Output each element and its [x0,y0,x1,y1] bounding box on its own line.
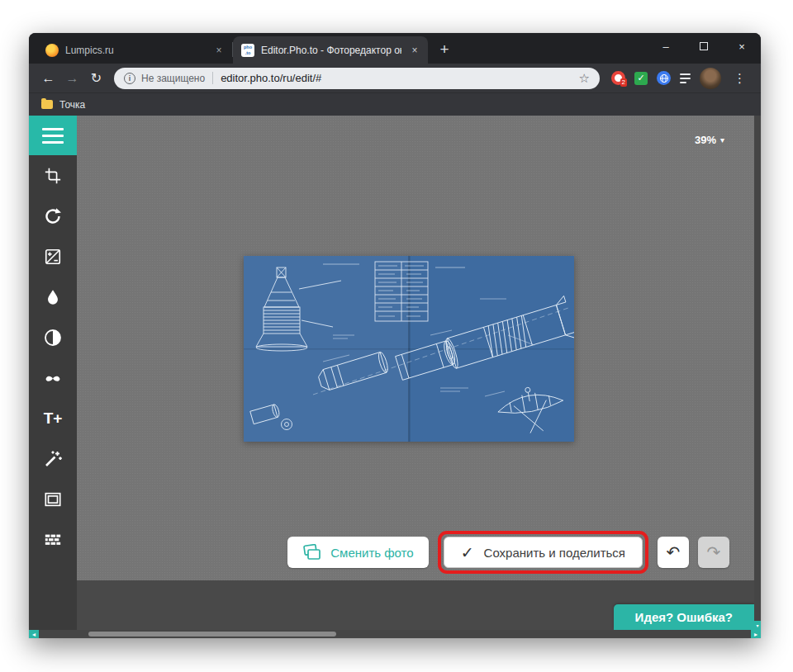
menu-button[interactable] [29,116,77,155]
extension-red-icon[interactable]: 2 [611,71,625,85]
new-tab-button[interactable]: + [433,38,456,61]
chevron-down-icon: ▾ [720,135,724,144]
window-controls: – × [647,33,761,59]
tool-colors[interactable] [29,277,77,317]
redo-button[interactable]: ↷ [698,537,729,568]
tool-crop[interactable] [29,155,77,196]
horizontal-scrollbar[interactable]: ◂ ▸ [29,630,761,638]
address-divider [212,72,213,84]
magic-wand-icon [43,449,63,469]
photo-favicon: pho .to [241,44,254,57]
exposure-icon [44,248,62,266]
photo-editor-page: T+ [29,116,761,638]
hscroll-thumb[interactable] [88,632,336,637]
hscroll-track[interactable] [39,630,751,638]
save-share-label: Сохранить и поделиться [484,546,625,560]
action-row: Сменить фото ✓ Сохранить и поделиться ↶ … [287,531,729,574]
page-info-icon[interactable]: i [124,73,135,84]
address-bar[interactable]: i Не защищено editor.pho.to/ru/edit/# ☆ [114,68,600,89]
minimize-button[interactable]: – [647,33,685,59]
tab-strip: Lumpics.ru × pho .to Editor.Pho.to - Фот… [29,33,761,64]
tool-effects[interactable] [29,438,77,479]
forward-button[interactable]: → [61,67,83,89]
text-icon: T+ [44,409,63,428]
maximize-icon [700,42,708,50]
editor-canvas: 39% ▾ [77,116,754,630]
bookmarks-bar: Точка [29,92,761,116]
reload-button[interactable]: ↻ [85,67,107,89]
photos-icon [302,544,322,561]
zoom-value: 39% [695,134,716,146]
extension-check-icon[interactable]: ✓ [634,72,648,85]
tab-close-icon[interactable]: × [408,44,421,57]
frame-icon [44,490,62,509]
change-photo-button[interactable]: Сменить фото [287,537,428,568]
extension-globe-icon[interactable] [657,71,671,85]
tab-close-icon[interactable]: × [212,44,226,57]
tool-rotate[interactable] [29,196,77,236]
tool-text[interactable]: T+ [29,398,77,438]
browser-window: Lumpics.ru × pho .to Editor.Pho.to - Фот… [29,33,761,638]
extension-badge: 2 [620,78,627,87]
mustache-icon [42,367,64,389]
tab-title: Editor.Pho.to - Фоторедактор он [261,45,401,56]
scroll-right-button[interactable]: ▸ [751,630,761,638]
browser-toolbar: ← → ↻ i Не защищено editor.pho.to/ru/edi… [29,64,761,92]
tab-editor-photo[interactable]: pho .to Editor.Pho.to - Фоторедактор он … [233,36,428,64]
feedback-button[interactable]: Идея? Ошибка? [614,604,754,630]
tab-title: Lumpics.ru [65,45,206,56]
undo-button[interactable]: ↶ [658,537,689,568]
tool-disguise[interactable] [29,357,77,398]
maximize-button[interactable] [685,33,723,59]
edited-photo-blueprint[interactable] [244,256,574,442]
zoom-control[interactable]: 39% ▾ [695,134,724,146]
photo-favicon-line2: .to [245,50,251,56]
desktop: Lumpics.ru × pho .to Editor.Pho.to - Фот… [0,0,793,672]
url-text[interactable]: editor.pho.to/ru/edit/# [221,72,572,84]
rotate-icon [43,206,63,226]
browser-menu-icon[interactable]: ⋮ [730,71,749,86]
security-label: Не защищено [141,73,205,84]
bookmark-folder-icon[interactable] [41,100,53,109]
tool-textures[interactable] [29,519,77,560]
globe-glyph [659,73,669,83]
editor-main: T+ [29,116,761,630]
annotation-highlight: ✓ Сохранить и поделиться [438,531,648,574]
scroll-left-button[interactable]: ◂ [29,630,39,638]
texture-icon [43,531,63,549]
tab-lumpics[interactable]: Lumpics.ru × [37,36,232,64]
change-photo-label: Сменить фото [330,546,413,560]
crop-icon [44,167,62,185]
tool-exposure[interactable] [29,236,77,277]
bookmark-label[interactable]: Точка [59,99,85,111]
check-icon: ✓ [461,543,474,562]
scroll-down-button[interactable]: ▾ [754,621,761,630]
photo-favicon-line1: pho [244,45,252,50]
profile-avatar[interactable] [700,68,721,89]
lumpics-favicon [45,44,59,57]
save-share-button[interactable]: ✓ Сохранить и поделиться [444,537,643,568]
tools-sidebar: T+ [29,116,77,630]
bookmark-star-icon[interactable]: ☆ [579,71,590,86]
tool-contrast[interactable] [29,317,77,357]
vertical-scrollbar[interactable]: ▾ [754,116,761,630]
close-button[interactable]: × [723,33,761,59]
tool-frames[interactable] [29,479,77,519]
droplet-icon [44,288,62,306]
extensions-area: 2 ✓ ⋮ [608,68,753,89]
contrast-icon [43,328,63,348]
back-button[interactable]: ← [37,67,59,89]
playlist-icon[interactable] [680,73,691,83]
hamburger-icon [42,128,64,130]
